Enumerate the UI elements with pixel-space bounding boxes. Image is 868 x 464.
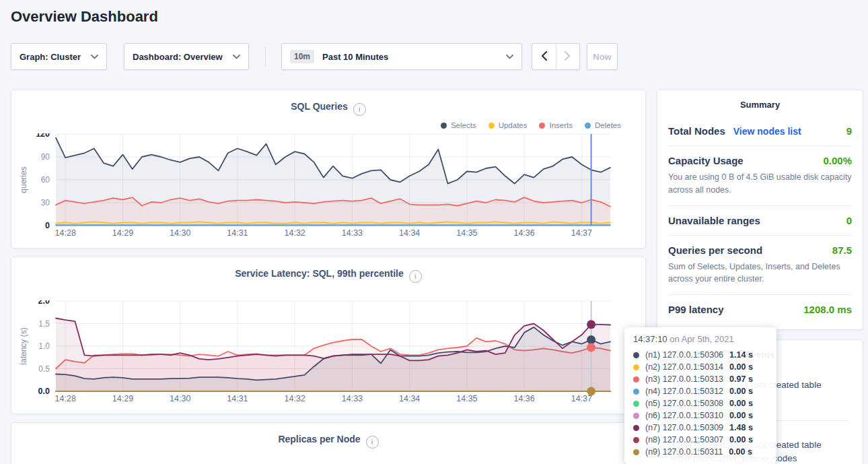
info-icon[interactable] xyxy=(366,436,379,449)
svg-text:queries: queries xyxy=(19,166,28,193)
tooltip-node-label: (n3) 127.0.0.1:50313 xyxy=(645,374,723,384)
series-dot-icon xyxy=(633,413,639,419)
svg-text:14:36: 14:36 xyxy=(513,228,534,238)
tooltip-node-label: (n4) 127.0.0.1:50312 xyxy=(645,387,723,396)
now-button[interactable]: Now xyxy=(587,43,618,70)
summary-row-top: Unavailable ranges0 xyxy=(668,215,852,226)
summary-row: P99 latency1208.0 ms xyxy=(668,294,852,324)
tooltip-node-value: 0.00 s xyxy=(729,387,753,396)
sql-queries-panel: SQL Queries SelectsUpdatesInsertsDeletes… xyxy=(11,90,646,248)
view-nodes-list-link[interactable]: View nodes list xyxy=(733,126,801,137)
series-dot-icon xyxy=(633,352,639,358)
tooltip-node-value: 1.14 s xyxy=(729,350,753,360)
tooltip-row: (n9) 127.0.0.1:503110.00 s xyxy=(633,446,768,458)
tooltip-row: (n3) 127.0.0.1:503130.97 s xyxy=(633,373,768,385)
replicas-per-node-panel: Replicas per Node xyxy=(11,422,646,464)
tooltip-node-label: (n6) 127.0.0.1:50310 xyxy=(645,411,723,420)
summary-panel: Summary Total NodesView nodes list9Capac… xyxy=(657,90,863,330)
chevron-right-icon xyxy=(565,51,571,63)
time-range-badge: 10m xyxy=(290,50,314,63)
summary-row: Capacity Usage0.00%You are using 0 B of … xyxy=(668,145,852,205)
summary-row: Total NodesView nodes list9 xyxy=(668,117,852,145)
series-dot-icon xyxy=(633,425,639,431)
svg-text:14:35: 14:35 xyxy=(456,394,477,403)
graph-dropdown[interactable]: Graph: Cluster xyxy=(11,43,107,70)
summary-row: Unavailable ranges0 xyxy=(668,205,852,235)
sql-chart-title: SQL Queries xyxy=(291,101,348,112)
svg-text:14:31: 14:31 xyxy=(227,228,248,238)
tooltip-node-label: (n1) 127.0.0.1:50306 xyxy=(645,350,723,360)
svg-text:14:31: 14:31 xyxy=(227,394,248,403)
svg-text:2.0: 2.0 xyxy=(38,300,50,306)
svg-text:1.0: 1.0 xyxy=(38,341,50,351)
legend-dot-icon xyxy=(539,123,545,129)
sql-chart-plot[interactable]: 14:2814:2914:3014:3114:3214:3314:3414:35… xyxy=(11,133,647,249)
tooltip-row: (n6) 127.0.0.1:503100.00 s xyxy=(633,409,768,422)
svg-text:14:35: 14:35 xyxy=(456,228,477,238)
tooltip-node-label: (n5) 127.0.0.1:50308 xyxy=(645,399,723,408)
summary-row-top: P99 latency1208.0 ms xyxy=(668,304,852,315)
chevron-down-icon xyxy=(499,55,513,59)
tooltip-node-value: 0.00 s xyxy=(729,447,752,457)
tooltip-node-label: (n8) 127.0.0.1:50307 xyxy=(645,435,723,444)
tooltip-node-label: (n7) 127.0.0.1:50309 xyxy=(645,423,723,432)
tooltip-node-value: 0.00 s xyxy=(729,411,753,420)
summary-row-top: Queries per second87.5 xyxy=(668,244,852,256)
chevron-left-icon xyxy=(541,51,547,63)
info-icon[interactable] xyxy=(353,103,366,116)
legend-item-updates[interactable]: Updates xyxy=(489,121,528,129)
svg-text:30: 30 xyxy=(41,198,50,207)
svg-text:14:33: 14:33 xyxy=(342,394,363,403)
tooltip-row: (n8) 127.0.0.1:503070.00 s xyxy=(633,434,768,446)
sql-chart-header: SQL Queries xyxy=(11,90,645,116)
time-next-button[interactable] xyxy=(556,44,580,69)
svg-text:14:30: 14:30 xyxy=(170,228,190,238)
svg-text:14:34: 14:34 xyxy=(399,228,420,238)
svg-text:14:32: 14:32 xyxy=(285,228,305,238)
tooltip-timestamp: 14:37:10 on Apr 5th, 2021 xyxy=(633,334,768,344)
legend-item-inserts[interactable]: Inserts xyxy=(539,121,573,129)
summary-metric-value: 9 xyxy=(846,125,852,137)
graph-dropdown-label: Graph: Cluster xyxy=(20,52,81,62)
svg-text:120: 120 xyxy=(36,133,50,139)
chevron-down-icon xyxy=(84,55,98,59)
service-latency-panel: Service Latency: SQL, 99th percentile 14… xyxy=(11,257,646,414)
svg-text:14:28: 14:28 xyxy=(55,394,76,403)
tooltip-node-label: (n2) 127.0.0.1:50314 xyxy=(645,362,723,372)
latency-chart-plot[interactable]: 14:2814:2914:3014:3114:3214:3314:3414:35… xyxy=(11,300,647,408)
summary-metric-value: 0.00% xyxy=(823,155,852,166)
legend-item-label: Deletes xyxy=(595,121,621,129)
svg-text:90: 90 xyxy=(41,152,50,162)
tooltip-row: (n2) 127.0.0.1:503140.00 s xyxy=(633,361,768,373)
tooltip-date: on Apr 5th, 2021 xyxy=(667,334,734,344)
time-pager xyxy=(532,43,580,70)
series-dot-icon xyxy=(633,364,639,370)
svg-text:14:29: 14:29 xyxy=(112,228,133,238)
svg-text:0.0: 0.0 xyxy=(38,387,50,396)
now-button-label: Now xyxy=(593,52,611,62)
svg-text:14:28: 14:28 xyxy=(55,228,76,238)
time-prev-button[interactable] xyxy=(532,44,556,69)
svg-text:14:37: 14:37 xyxy=(571,228,592,238)
tooltip-rows: (n1) 127.0.0.1:503061.14 s(n2) 127.0.0.1… xyxy=(633,349,768,458)
legend-item-deletes[interactable]: Deletes xyxy=(585,121,621,129)
time-range-label: Past 10 Minutes xyxy=(322,52,388,62)
summary-metric-label: P99 latency xyxy=(668,304,724,315)
chart-tooltip: 14:37:10 on Apr 5th, 2021 (n1) 127.0.0.1… xyxy=(624,327,776,464)
info-icon[interactable] xyxy=(409,270,422,283)
svg-text:14:36: 14:36 xyxy=(513,394,534,403)
summary-row: Queries per second87.5Sum of Selects, Up… xyxy=(668,235,852,295)
legend-dot-icon xyxy=(585,123,591,129)
time-range-dropdown[interactable]: 10m Past 10 Minutes xyxy=(281,43,522,70)
svg-text:0.5: 0.5 xyxy=(38,364,50,374)
svg-text:60: 60 xyxy=(41,175,50,185)
summary-row-top: Capacity Usage0.00% xyxy=(668,155,852,166)
summary-metric-description: You are using 0 B of 4.5 GiB usable disk… xyxy=(668,171,852,197)
page-title: Overview Dashboard xyxy=(11,8,158,26)
series-dot-icon xyxy=(633,449,639,455)
series-dot-icon xyxy=(633,376,639,383)
legend-item-selects[interactable]: Selects xyxy=(441,121,476,129)
summary-metric-label: Unavailable ranges xyxy=(668,215,760,226)
svg-text:1.5: 1.5 xyxy=(38,319,50,329)
dashboard-dropdown[interactable]: Dashboard: Overview xyxy=(124,43,249,70)
